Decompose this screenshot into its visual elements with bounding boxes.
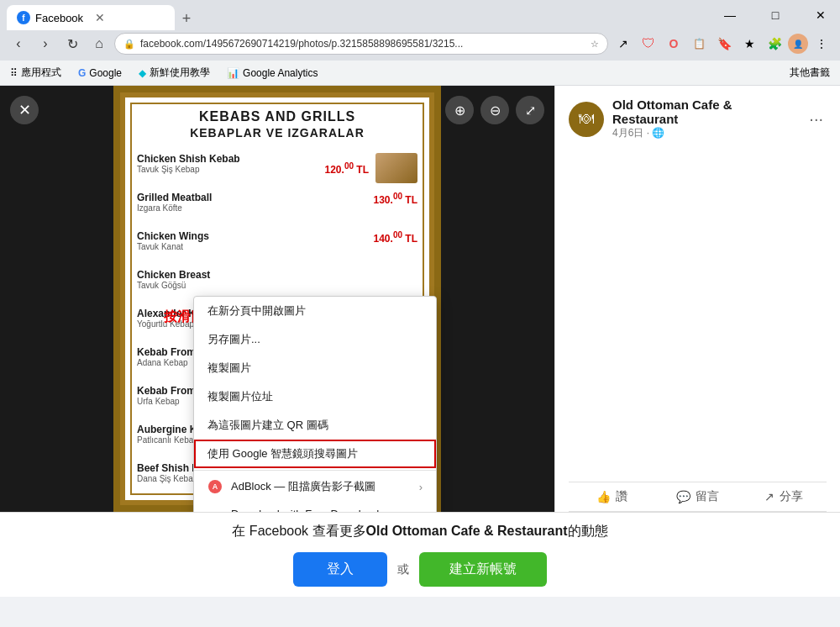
bookmark-tutorial-label: 新鮮使用教學 [150,66,210,80]
viewer-close-button[interactable]: ✕ [10,96,39,124]
context-menu: 在新分頁中開啟圖片 另存圖片... 複製圖片 複製圖片位址 為這張圖片建立 QR… [193,296,437,512]
submenu-arrow-icon: › [419,481,423,493]
post-date: 4月6日 · 🌐 [612,126,797,140]
profile-icon[interactable]: 👤 [788,34,808,54]
bookmark-other[interactable]: 其他書籤 [786,64,833,82]
ctx-open-new-tab[interactable]: 在新分頁中開啟圖片 [194,297,436,325]
ctx-copy-image[interactable]: 複製圖片 [194,354,436,382]
adblock-icon: A [207,479,223,494]
ctx-adblock[interactable]: A AdBlock — 阻擋廣告影子截圖 › [194,472,436,501]
home-button[interactable]: ⌂ [87,32,111,55]
bookmark-apps[interactable]: ⠿ 應用程式 [7,64,65,82]
like-button[interactable]: 👍 讚 [569,482,654,511]
viewer-controls: ⊕ ⊖ ⤢ [445,96,544,124]
bookmarks-bar: ⠿ 應用程式 G Google ◆ 新鮮使用教學 📊 Google Analyt… [0,61,840,86]
back-button[interactable]: ‹ [7,32,30,55]
login-button[interactable]: 登入 [293,552,387,587]
google-icon: G [78,67,86,79]
image-viewer: ✕ ⊕ ⊖ ⤢ KEBABS AND GRILLS KEBAPLAR VE IZ… [0,86,554,512]
browser-tab[interactable]: f Facebook ✕ [7,5,175,30]
address-bar: ‹ › ↻ ⌂ 🔒 facebook.com/1495672690714219/… [0,30,840,61]
share-icon[interactable]: ↗ [612,32,635,55]
post-header: 🍽 Old Ottoman Cafe & Restaurant 4月6日 · 🌐… [555,86,840,147]
toolbar-icons: ↗ 🛡 O 📋 🔖 ★ 🧩 👤 ⋮ [612,32,833,55]
close-icon: ✕ [18,101,31,119]
comment-icon: 💬 [676,490,690,503]
reload-button[interactable]: ↻ [60,32,84,55]
or-text: 或 [397,562,409,577]
bottom-text: 在 Facebook 查看更多Old Ottoman Cafe & Restau… [13,523,827,540]
bookmark-google-label: Google [89,67,122,79]
share-icon: ↗ [764,490,774,503]
menu-icon[interactable]: ⋮ [810,32,833,55]
post-meta: Old Ottoman Cafe & Restaurant 4月6日 · 🌐 [612,97,797,140]
bookmark-apps-label: 應用程式 [21,66,61,80]
extension3-icon[interactable]: ★ [738,32,761,55]
comment-button[interactable]: 💬 留言 [654,482,740,511]
bookmark-other-label: 其他書籤 [790,66,830,80]
fullscreen-button[interactable]: ⤢ [516,96,544,124]
avatar: 🍽 [569,102,604,137]
shield-icon[interactable]: 🛡 [637,32,660,55]
opera-icon[interactable]: O [662,32,685,55]
zoom-out-button[interactable]: ⊖ [480,96,509,124]
post-actions: 👍 讚 💬 留言 ↗ 分享 [569,482,827,512]
page-name[interactable]: Old Ottoman Cafe & Restaurant [612,97,797,126]
ctx-copy-address[interactable]: 複製圖片位址 [194,382,436,411]
ctx-save-image[interactable]: 另存圖片... [194,325,436,354]
forward-button[interactable]: › [34,32,57,55]
tab-close-button[interactable]: ✕ [95,11,105,24]
url-text: facebook.com/1495672690714219/photos/p.3… [140,38,585,50]
minimize-button[interactable]: — [711,0,749,30]
apps-icon: ⠿ [10,67,18,79]
more-options-button[interactable]: ··· [806,106,827,132]
new-tab-button[interactable]: + [175,7,198,30]
extension2-icon[interactable]: 🔖 [712,32,736,55]
lock-icon: 🔒 [123,39,135,50]
browser-chrome: f Facebook ✕ + — □ ✕ ‹ › ↻ ⌂ 🔒 facebook.… [0,0,840,86]
extension4-icon[interactable]: 🧩 [763,32,786,55]
like-icon: 👍 [596,490,611,503]
zoom-in-button[interactable]: ⊕ [445,96,474,124]
url-bar[interactable]: 🔒 facebook.com/1495672690714219/photos/p… [114,33,608,55]
info-panel: 🍽 Old Ottoman Cafe & Restaurant 4月6日 · 🌐… [554,86,840,512]
context-menu-divider [194,470,436,471]
bookmark-star-icon[interactable]: ☆ [591,39,599,50]
bookmark-tutorial[interactable]: ◆ 新鮮使用教學 [135,64,213,82]
tutorial-icon: ◆ [139,67,146,79]
extension1-icon[interactable]: 📋 [687,32,711,55]
bookmark-analytics-label: Google Analytics [243,67,318,79]
maximize-button[interactable]: □ [756,0,795,30]
tab-title: Facebook [35,12,83,24]
ctx-fdm[interactable]: ↓ Download with Free Download Manager [194,501,436,512]
bottom-actions: 登入 或 建立新帳號 [13,552,827,587]
register-button[interactable]: 建立新帳號 [419,552,547,587]
bottom-bar: 在 Facebook 查看更多Old Ottoman Cafe & Restau… [0,512,840,597]
analytics-icon: 📊 [227,67,239,79]
ctx-google-lens[interactable]: 使用 Google 智慧鏡頭搜尋圖片 [194,440,436,468]
share-button[interactable]: ↗ 分享 [741,482,827,511]
ctx-create-qr[interactable]: 為這張圖片建立 QR 圖碼 [194,411,436,440]
facebook-favicon: f [17,11,30,24]
bookmark-google[interactable]: G Google [75,66,125,81]
bookmark-analytics[interactable]: 📊 Google Analytics [223,66,321,81]
close-button[interactable]: ✕ [801,0,840,30]
